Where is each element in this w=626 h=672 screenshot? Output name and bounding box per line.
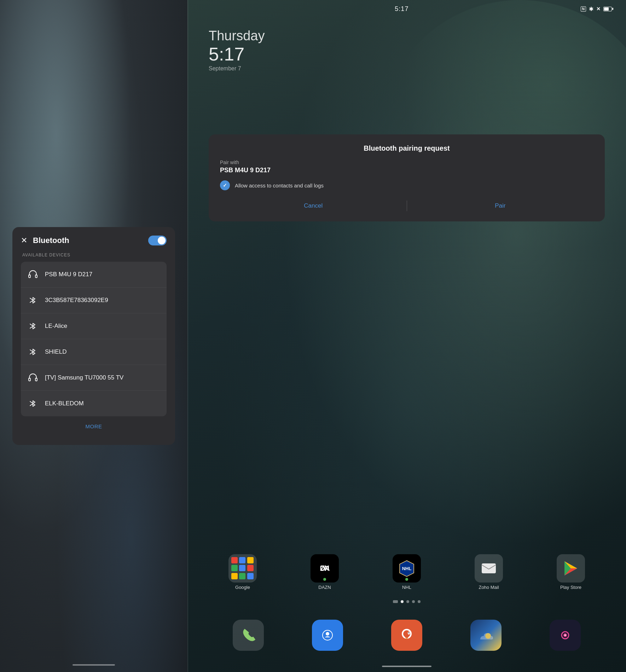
checkbox-checked-icon[interactable] [220,180,230,190]
app-label: DAZN [318,585,331,590]
dock-item-camera[interactable] [550,620,581,651]
google-folder-icon [228,554,257,583]
device-name: PSB M4U 9 D217 [45,271,92,278]
device-item[interactable]: SHIELD [21,339,167,365]
bluetooth-toggle[interactable] [148,236,167,245]
pair-with-label: Pair with [220,160,593,165]
status-bar: 5:17 N ✱ ✕ [187,0,626,18]
dialog-buttons: Cancel Pair [220,199,593,213]
battery-fill [604,7,609,11]
home-indicator [382,666,431,667]
headphone-icon [27,371,39,384]
device-item[interactable]: LE-Alice [21,313,167,339]
app-item-zohomail[interactable]: Zoho Mail [471,554,506,590]
status-icons: N ✱ ✕ [581,6,612,12]
bluetooth-icon [27,294,39,307]
app-label: Play Store [560,585,581,590]
battery-icon [603,7,612,11]
device-name: 3C3B587E78363092E9 [45,297,108,304]
page-dot [406,600,409,603]
app-item-dazn[interactable]: DA ZN DAZN [307,554,342,590]
device-name: [TV] Samsung TU7000 55 TV [45,374,123,381]
home-screen: 5:17 N ✱ ✕ Thursday 5:17 September 7 Blu… [187,0,626,672]
panel-divider [187,0,188,672]
app-label: Zoho Mail [479,585,499,590]
bluetooth-icon [27,320,39,332]
zohomail-icon [475,554,503,583]
app-label: NHL [402,585,411,590]
svg-point-13 [485,633,491,639]
available-devices-label: AVAILABLE DEVICES [21,253,167,257]
ddg-icon [391,620,422,651]
pair-device-name: PSB M4U 9 D217 [220,167,593,174]
app-row: Google DA ZN DAZN NHL [202,554,612,590]
device-name: LE-Alice [45,323,67,330]
svg-rect-6 [482,563,496,573]
app-grid: Google DA ZN DAZN NHL [187,554,626,594]
page-indicator [187,600,626,603]
headphone-icon [27,268,39,281]
day-name: Thursday [209,28,265,44]
nhl-icon: NHL [393,554,421,583]
bluetooth-screen: ✕ Bluetooth AVAILABLE DEVICES PSB M4U 9 … [0,0,187,672]
home-indicator [73,664,115,666]
bluetooth-header: ✕ Bluetooth [21,236,167,245]
device-item[interactable]: [TV] Samsung TU7000 55 TV [21,365,167,391]
checkbox-row: Allow access to contacts and call logs [220,180,593,190]
status-time: 5:17 [395,5,408,13]
svg-point-17 [564,635,566,636]
more-button[interactable]: MORE [21,416,167,436]
dock-item-weather[interactable] [470,620,502,651]
svg-point-12 [408,632,410,633]
bluetooth-status-icon: ✱ [589,6,593,12]
dock-item-phone[interactable] [233,620,264,651]
pair-button[interactable]: Pair [407,199,594,213]
phone-icon [233,620,264,651]
checkbox-label: Allow access to contacts and call logs [235,183,324,189]
page-lines-indicator [393,600,398,603]
device-name: SHIELD [45,348,66,355]
app-item-google[interactable]: Google [225,554,260,590]
dock [187,620,626,651]
bluetooth-panel: ✕ Bluetooth AVAILABLE DEVICES PSB M4U 9 … [12,227,175,445]
devices-list: PSB M4U 9 D217 3C3B587E78363092E9 [21,262,167,416]
playstore-icon [557,554,585,583]
x-icon: ✕ [596,6,601,12]
dock-item-ddg[interactable] [391,620,422,651]
pairing-dialog-title: Bluetooth pairing request [220,144,593,152]
close-icon[interactable]: ✕ [21,236,27,245]
weather-icon [470,620,502,651]
device-item[interactable]: 3C3B587E78363092E9 [21,288,167,313]
bluetooth-title: Bluetooth [33,236,69,245]
page-dot [418,600,421,603]
page-dot-active [401,600,404,603]
svg-point-8 [326,632,329,636]
camera-icon [550,620,581,651]
signal-icon [312,620,343,651]
cancel-button[interactable]: Cancel [220,199,407,213]
nfc-icon: N [581,6,586,12]
page-dot [412,600,415,603]
device-item[interactable]: ELK-BLEDOM [21,391,167,416]
app-item-nhl[interactable]: NHL NHL [389,554,424,590]
dock-item-signal[interactable] [312,620,343,651]
device-name: ELK-BLEDOM [45,400,84,407]
clock-time: 5:17 [209,45,265,63]
bluetooth-icon [27,397,39,410]
clock-widget: Thursday 5:17 September 7 [209,28,265,72]
dazn-icon: DA ZN [311,554,339,583]
bluetooth-icon [27,346,39,358]
pairing-dialog: Bluetooth pairing request Pair with PSB … [209,134,605,221]
svg-text:NHL: NHL [402,566,412,571]
bt-header-left: ✕ Bluetooth [21,236,69,245]
device-item[interactable]: PSB M4U 9 D217 [21,262,167,288]
date-label: September 7 [209,65,265,72]
app-label: Google [235,585,250,590]
app-item-playstore[interactable]: Play Store [553,554,589,590]
